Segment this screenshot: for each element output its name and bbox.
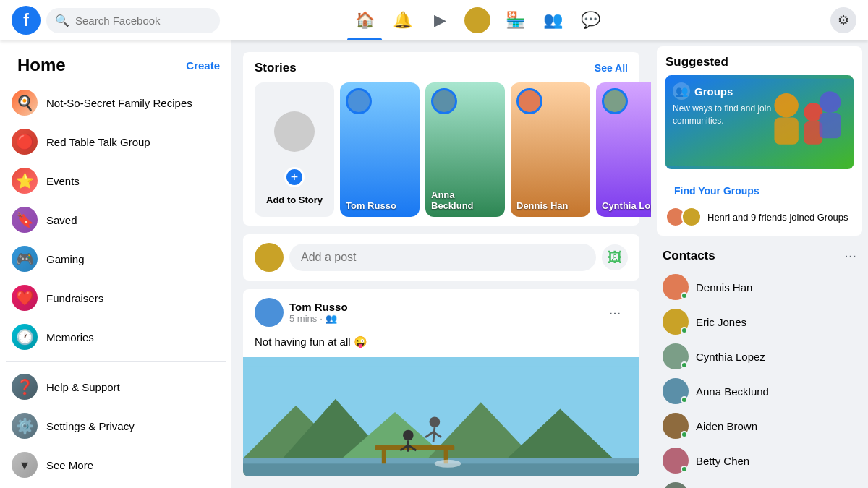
groups-icon: 👥 [673,82,690,100]
svg-point-15 [430,416,441,427]
settings-icon: ⚙️ [12,413,38,439]
story-avatar-anna [431,88,457,114]
sidebar-item-label: Settings & Privacy [46,420,135,432]
contact-avatar-cynthia [663,343,689,369]
sidebar-item-help[interactable]: ❓ Help & Support [6,368,226,406]
sidebar-item-label: Red Table Talk Group [46,136,150,148]
post-box: 🖼 [243,234,639,281]
story-name-cynthia: Cynthia Lopez [602,200,651,211]
svg-line-16 [433,427,435,442]
nav-left: f 🔍 [12,6,243,35]
contact-avatar-dennis [663,274,689,300]
groups-subtitle: New ways to find and join communities. [673,103,774,127]
post-text: Not having fun at all 😜 [243,335,639,357]
search-input[interactable] [75,14,211,27]
nav-groups-button[interactable]: 👥 [535,3,570,38]
story-card-tom[interactable]: Tom Russo [340,82,420,217]
see-more-icon: ▾ [12,452,38,478]
story-card-cynthia[interactable]: Cynthia Lopez [596,82,651,217]
stories-section: Stories See All + Add to Story Tom Russo [243,52,639,226]
nav-marketplace-button[interactable]: 🏪 [498,3,532,38]
contact-online-indicator [681,361,688,369]
red-table-icon: 🔴 [12,129,38,155]
post-dot: · [320,313,323,324]
contact-item-betty[interactable]: Betty Chen [657,443,862,478]
nav-watch-button[interactable]: ▶ [422,3,457,38]
settings-button[interactable]: ⚙ [830,7,856,33]
nav-home-button[interactable]: 🏠 [347,3,382,38]
contacts-more-button[interactable]: ··· [844,247,856,264]
contacts-title: Contacts [663,249,715,263]
contacts-section: Contacts ··· Dennis Han Eric Jones Cyn [657,244,862,488]
sidebar-item-red-table[interactable]: 🔴 Red Table Talk Group [6,123,226,160]
post-author-avatar [255,298,284,327]
svg-rect-28 [820,113,841,138]
story-card-anna[interactable]: Anna Becklund [425,82,505,217]
create-button[interactable]: Create [186,59,220,72]
contact-avatar-anna [663,378,689,404]
contact-online-indicator [681,466,688,473]
post-meta: 5 mins · 👥 [289,313,348,324]
nav-profile-button[interactable] [460,3,495,38]
find-groups-button[interactable]: Find Your Groups [665,181,768,201]
contact-name-anna: Anna Becklund [696,385,769,398]
post-input[interactable] [289,244,596,271]
groups-banner-content: 👥 Groups New ways to find and join commu… [673,82,774,127]
top-nav: f 🔍 🏠 🔔 ▶ 🏪 👥 💬 ⚙ [0,0,868,40]
story-card-dennis[interactable]: Dennis Han [511,82,590,217]
sidebar-item-saved[interactable]: 🔖 Saved [6,201,226,239]
sidebar-item-label: Saved [46,214,77,226]
post-image [243,357,639,476]
sidebar-item-label: Events [46,175,80,187]
fundraisers-icon: ❤️ [12,285,38,311]
story-name-tom: Tom Russo [346,200,396,211]
sidebar-item-memories[interactable]: 🕐 Memories [6,318,226,356]
svg-point-23 [774,93,798,117]
sidebar-title: Home [12,49,72,81]
sidebar-item-settings[interactable]: ⚙️ Settings & Privacy [6,407,226,445]
contacts-header: Contacts ··· [657,244,862,267]
events-icon: ⭐ [12,168,38,194]
sidebar-divider [6,361,226,362]
post-author-name: Tom Russo [289,301,348,313]
contact-name-eric: Eric Jones [696,316,746,328]
contact-online-indicator [681,292,688,299]
post-image-button[interactable]: 🖼 [602,244,628,270]
contact-online-indicator [681,327,688,334]
sidebar-item-events[interactable]: ⭐ Events [6,162,226,200]
post-header: Tom Russo 5 mins · 👥 ··· [243,289,639,335]
story-add-card[interactable]: + Add to Story [255,82,334,217]
contact-name-aiden: Aiden Brown [696,420,757,432]
story-name-anna: Anna Becklund [431,189,499,211]
search-icon: 🔍 [55,14,69,27]
friend-avatar-2 [681,207,702,227]
sidebar-item-label: Fundraisers [46,292,103,304]
stories-title: Stories [255,61,297,75]
contact-item-aiden[interactable]: Aiden Brown [657,408,862,443]
sidebar-item-fundraisers[interactable]: ❤️ Fundraisers [6,279,226,317]
contact-online-indicator [681,431,688,438]
feed: Stories See All + Add to Story Tom Russo [231,40,651,488]
svg-point-19 [435,460,461,468]
sidebar-item-gaming[interactable]: 🎮 Gaming [6,240,226,278]
groups-title: Groups [694,85,733,98]
nav-messenger-button[interactable]: 💬 [573,3,608,38]
see-all-button[interactable]: See All [595,62,628,74]
gaming-icon: 🎮 [12,246,38,272]
contact-item-dan[interactable]: Dan Brown [657,478,862,488]
contact-item-eric[interactable]: Eric Jones [657,304,862,339]
sidebar-item-label: Gaming [46,253,85,265]
post-author-info: Tom Russo 5 mins · 👥 [289,301,348,324]
sidebar-item-not-so-secret[interactable]: 🍳 Not-So-Secret Family Recipes [6,84,226,121]
friends-avatars [665,207,702,227]
memories-icon: 🕐 [12,324,38,350]
contact-item-anna[interactable]: Anna Becklund [657,374,862,408]
post-more-button[interactable]: ··· [602,299,628,325]
nav-notifications-button[interactable]: 🔔 [385,3,420,38]
contact-item-cynthia[interactable]: Cynthia Lopez [657,339,862,374]
search-box[interactable]: 🔍 [46,8,220,33]
post-card: Tom Russo 5 mins · 👥 ··· Not having fun … [243,289,639,476]
sidebar-item-see-more[interactable]: ▾ See More [6,446,226,484]
contact-item-dennis[interactable]: Dennis Han [657,270,862,304]
story-add-label: Add to Story [260,194,328,205]
